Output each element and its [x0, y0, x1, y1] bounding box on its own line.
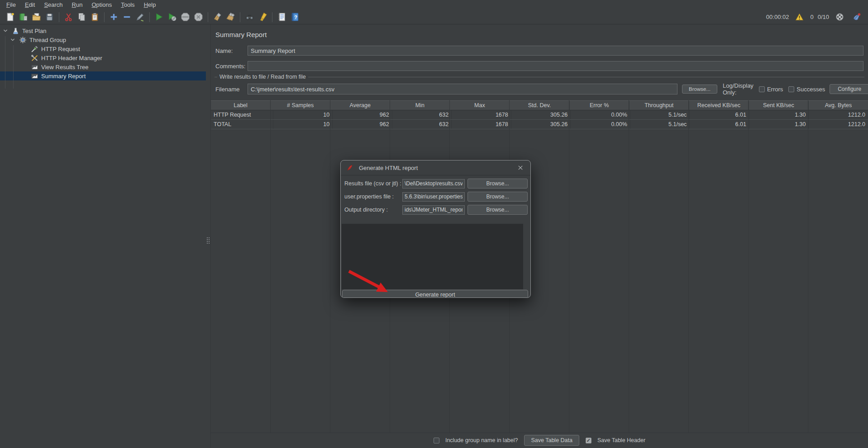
- column-header[interactable]: Std. Dev.: [510, 101, 569, 110]
- edit-icon[interactable]: [134, 11, 146, 23]
- tree-item-view-results-tree[interactable]: View Results Tree: [0, 62, 206, 71]
- table-cell: HTTP Request: [211, 110, 273, 119]
- group-title-text: Write results to file / Read from file: [219, 74, 306, 80]
- menu-run[interactable]: Run: [67, 0, 87, 9]
- tree-item-http-header-manager[interactable]: HTTP Header Manager: [0, 53, 206, 62]
- start-icon[interactable]: [153, 11, 165, 23]
- table-cell: 1.30: [749, 120, 809, 129]
- open-icon[interactable]: [31, 11, 42, 23]
- filename-input[interactable]: [248, 84, 677, 94]
- tree-item-label: Summary Report: [41, 73, 86, 80]
- chevron-down-icon[interactable]: [2, 27, 9, 34]
- column-header[interactable]: # Samples: [271, 101, 330, 110]
- panel-splitter[interactable]: [206, 24, 210, 448]
- error-count: 0: [810, 14, 813, 20]
- templates-icon[interactable]: [18, 11, 29, 23]
- function-helper-icon[interactable]: [276, 11, 287, 23]
- results-file-browse-button[interactable]: Browse...: [467, 179, 528, 189]
- toolbar: ? 00:00:02 0 0/10: [0, 10, 868, 24]
- table-header-row: Label# SamplesAverageMinMaxStd. Dev.Erro…: [211, 100, 868, 110]
- table-cell: 632: [392, 110, 452, 119]
- dialog-title: Generate HTML report: [359, 165, 418, 171]
- table-cell: 962: [333, 110, 392, 119]
- output-directory-input[interactable]: [402, 205, 465, 215]
- errors-checkbox[interactable]: [759, 86, 765, 92]
- output-directory-browse-button[interactable]: Browse...: [467, 205, 528, 215]
- tree-item-test-plan[interactable]: Test Plan: [0, 26, 206, 35]
- column-header[interactable]: Average: [330, 101, 390, 110]
- successes-label: Successes: [796, 86, 825, 93]
- tree-item-label: View Results Tree: [41, 64, 89, 71]
- column-header[interactable]: Avg. Bytes: [809, 101, 868, 110]
- table-cell: 6.01: [690, 120, 749, 129]
- save-icon[interactable]: [44, 11, 55, 23]
- clear-icon[interactable]: [212, 11, 223, 23]
- paste-icon[interactable]: [89, 11, 100, 23]
- user-properties-browse-button[interactable]: Browse...: [467, 192, 528, 202]
- column-header[interactable]: Error %: [570, 101, 630, 110]
- save-table-data-button[interactable]: Save Table Data: [524, 435, 579, 446]
- header-manager-icon: [31, 54, 38, 62]
- new-icon[interactable]: [5, 11, 16, 23]
- column-header[interactable]: Label: [211, 101, 271, 110]
- elapsed-time: 00:00:02: [766, 14, 789, 20]
- include-group-name-checkbox[interactable]: [434, 438, 439, 443]
- copy-icon[interactable]: [76, 11, 87, 23]
- menu-options[interactable]: Options: [87, 0, 116, 9]
- toolbar-separator: [272, 12, 272, 22]
- successes-checkbox[interactable]: [788, 86, 794, 92]
- close-icon[interactable]: [516, 163, 525, 172]
- user-properties-input[interactable]: [402, 192, 465, 202]
- tree-item-thread-group[interactable]: Thread Group: [0, 35, 206, 44]
- table-column-gridlines: [211, 100, 868, 433]
- comments-input[interactable]: [248, 61, 863, 71]
- toolbar-separator: [149, 12, 150, 22]
- menu-file[interactable]: File: [2, 0, 20, 9]
- add-icon[interactable]: [108, 11, 119, 23]
- shutdown-icon[interactable]: [193, 11, 204, 23]
- start-no-timers-icon[interactable]: [167, 11, 178, 23]
- clear-all-icon[interactable]: [225, 11, 236, 23]
- tree-item-http-request[interactable]: HTTP Request: [0, 44, 206, 53]
- menu-search[interactable]: Search: [39, 0, 67, 9]
- chevron-down-icon: [21, 45, 28, 52]
- column-header[interactable]: Min: [390, 101, 450, 110]
- column-header[interactable]: Received KB/sec: [689, 101, 749, 110]
- table-cell: 10: [273, 110, 333, 119]
- generate-report-button[interactable]: Generate report: [342, 290, 528, 298]
- browse-button[interactable]: Browse...: [682, 85, 717, 94]
- configure-button[interactable]: Configure: [830, 84, 868, 94]
- stop-icon[interactable]: [180, 11, 191, 23]
- column-header[interactable]: Throughput: [630, 101, 689, 110]
- chevron-down-icon: [21, 63, 28, 71]
- splitter-grip-icon[interactable]: [207, 234, 210, 247]
- thread-group-icon: [19, 36, 27, 44]
- cut-icon[interactable]: [63, 11, 74, 23]
- table-row[interactable]: HTTP Request109626321678305.260.00%5.1/s…: [211, 110, 868, 120]
- test-plan-icon: [12, 27, 19, 35]
- search-reset-icon[interactable]: [257, 11, 268, 23]
- menu-tools[interactable]: Tools: [116, 0, 139, 9]
- toolbar-separator: [240, 12, 240, 22]
- menu-edit[interactable]: Edit: [20, 0, 39, 9]
- chevron-down-icon[interactable]: [9, 36, 16, 43]
- warning-icon[interactable]: [794, 11, 805, 23]
- search-icon[interactable]: [244, 11, 255, 23]
- write-results-group-title: Write results to file / Read from file: [215, 74, 864, 80]
- results-file-input[interactable]: [402, 179, 465, 189]
- remove-icon[interactable]: [121, 11, 133, 23]
- column-header[interactable]: Max: [450, 101, 510, 110]
- column-header[interactable]: Sent KB/sec: [749, 101, 809, 110]
- menu-help[interactable]: Help: [139, 0, 161, 9]
- help-icon[interactable]: ?: [289, 11, 300, 23]
- thread-count: 0/10: [818, 14, 829, 20]
- tree-item-summary-report[interactable]: Summary Report: [0, 71, 206, 80]
- name-input[interactable]: [248, 46, 863, 56]
- save-table-header-checkbox[interactable]: [586, 438, 591, 443]
- table-cell: 10: [273, 120, 333, 129]
- report-log-area: [342, 224, 523, 289]
- table-cell: 305.26: [511, 120, 571, 129]
- dialog-titlebar[interactable]: Generate HTML report: [341, 160, 530, 175]
- table-row[interactable]: TOTAL109626321678305.260.00%5.1/sec6.011…: [211, 120, 868, 129]
- summary-report-panel: Summary Report Name: Comments: Write res…: [210, 24, 868, 448]
